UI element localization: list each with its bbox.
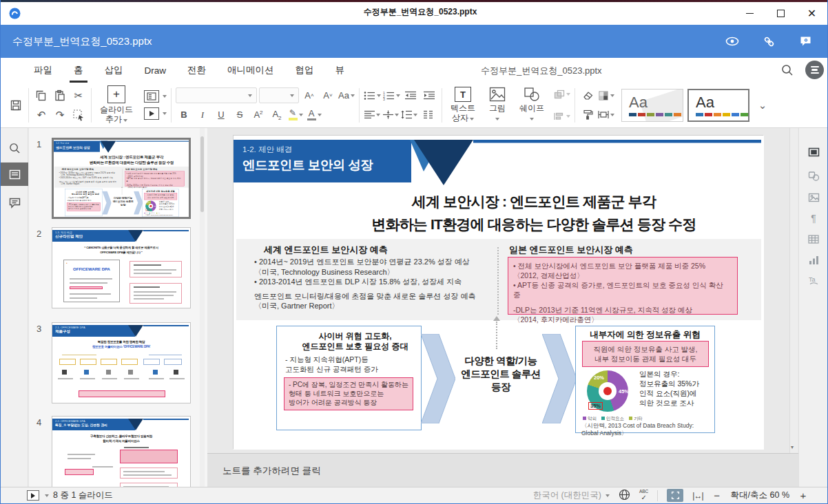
- account-avatar[interactable]: [805, 61, 824, 79]
- fit-width-icon[interactable]: |↔|: [692, 491, 703, 501]
- thumbnail-scrollbar[interactable]: [200, 128, 205, 487]
- slide-title-line1: 세계 보안시장 : 엔드포인트 제품군 부각: [309, 192, 758, 211]
- increase-indent-button[interactable]: [421, 87, 437, 103]
- slide-editor: 1-2. 제안 배경 엔드포인트 보안의 성장 세계 보안시장 : 엔드포인트 …: [207, 128, 800, 487]
- format-painter-button[interactable]: [579, 107, 596, 123]
- tab-file[interactable]: 파일: [32, 58, 54, 83]
- align-objects-button[interactable]: [554, 108, 570, 124]
- panel-shape-icon[interactable]: [799, 167, 828, 185]
- slideshow-options-caret[interactable]: [45, 494, 49, 497]
- tab-view[interactable]: 뷰: [334, 58, 346, 83]
- notes-area[interactable]: 노트를 추가하려면 클릭: [207, 453, 800, 487]
- subscript-button[interactable]: A2: [269, 107, 285, 123]
- panel-comments-icon[interactable]: [1, 191, 28, 215]
- slide-thumbnail-2[interactable]: 1-3. 제안 배경 신규라인업 제안 “ CANONITS 상품군을 더욱 풍…: [52, 227, 191, 308]
- slide-size-button[interactable]: [598, 107, 614, 123]
- tab-transition[interactable]: 전환: [186, 58, 207, 83]
- slide-layout-button[interactable]: [144, 90, 159, 103]
- change-case-button[interactable]: Aa: [338, 87, 355, 103]
- panel-image-icon[interactable]: [799, 189, 828, 207]
- fill-color-button[interactable]: [598, 87, 614, 103]
- notes-placeholder[interactable]: 노트를 추가하려면 클릭: [222, 465, 321, 477]
- status-bar: 8 중 1 슬라이드 한국어 (대한민국) ABC✓ |↔| − 확대/축소 6…: [1, 487, 827, 503]
- vertical-align-button[interactable]: [382, 107, 399, 123]
- italic-button[interactable]: I: [194, 107, 211, 123]
- redo-button[interactable]: ↷: [52, 107, 68, 123]
- undo-button[interactable]: ↶: [33, 107, 50, 123]
- theme-thumbnail-1[interactable]: Aa: [621, 89, 683, 122]
- theme-gallery-expand-button[interactable]: ⌄: [754, 89, 772, 122]
- panel-slide-properties-icon[interactable]: [799, 143, 828, 161]
- tab-animation[interactable]: 애니메이션: [226, 58, 276, 83]
- arrange-order-button[interactable]: [554, 86, 570, 102]
- panel-paragraph-icon[interactable]: ¶: [799, 209, 828, 227]
- save-button[interactable]: [8, 97, 24, 113]
- zoom-level-label[interactable]: 확대/축소 60 %: [731, 490, 789, 501]
- numbered-list-button[interactable]: 123: [383, 87, 400, 103]
- insert-picture-button[interactable]: 그림: [485, 87, 510, 123]
- zoom-in-button[interactable]: +: [798, 490, 808, 501]
- theme-thumbnail-2-selected[interactable]: Aa: [687, 89, 749, 122]
- columns-button[interactable]: [420, 107, 436, 123]
- world-forecast-body: • 2014년~ 2019년 엔드포인트 보안분야 연평균 23.2% 성장 예…: [254, 257, 494, 311]
- panel-table-icon[interactable]: [799, 230, 828, 248]
- decrease-indent-button[interactable]: [402, 87, 419, 103]
- spellcheck-icon[interactable]: ABC✓: [639, 490, 648, 501]
- search-icon[interactable]: [781, 64, 794, 79]
- thumb-number-2: 2: [37, 229, 41, 239]
- copy-button[interactable]: [33, 87, 50, 103]
- bullet-list-button[interactable]: [364, 87, 381, 103]
- share-link-icon[interactable]: [763, 35, 776, 48]
- feedback-chat-icon[interactable]: [799, 35, 812, 48]
- slide-kicker: 1-2. 제안 배경: [242, 145, 292, 155]
- tab-home[interactable]: 홈: [72, 58, 85, 83]
- align-text-button[interactable]: [364, 107, 380, 123]
- slideshow-start-icon[interactable]: [27, 490, 39, 501]
- slide-canvas[interactable]: 1-2. 제안 배경 엔드포인트 보안의 성장 세계 보안시장 : 엔드포인트 …: [234, 136, 764, 450]
- bold-button[interactable]: B: [176, 107, 192, 123]
- increase-font-icon[interactable]: A˄: [301, 87, 318, 103]
- highlight-color-button[interactable]: ✎: [287, 107, 304, 123]
- tab-draw[interactable]: Draw: [143, 59, 168, 82]
- ribbon-toolbar: ✂ ↶ ↷ + 슬라이드추가: [1, 83, 827, 128]
- language-selector[interactable]: 한국어 (대한민국): [533, 490, 610, 501]
- close-button[interactable]: ✕: [796, 2, 827, 25]
- panel-slides-icon[interactable]: [1, 162, 28, 186]
- maximize-button[interactable]: [765, 2, 796, 25]
- fullscreen-button[interactable]: [667, 489, 683, 502]
- donut-legend: 악의 인적요소 기타: [583, 416, 643, 422]
- superscript-button[interactable]: A2: [250, 107, 267, 123]
- menubar-doc-title: 수정부분_번역요청_0523.pptx: [481, 65, 602, 77]
- zoom-out-button[interactable]: −: [712, 490, 722, 501]
- cut-button[interactable]: ✂: [70, 87, 87, 103]
- underline-button[interactable]: U: [213, 107, 229, 123]
- eraser-button[interactable]: [579, 87, 596, 103]
- decrease-font-icon[interactable]: A˅: [320, 87, 336, 103]
- view-mode-icon[interactable]: [725, 35, 739, 48]
- slideshow-button[interactable]: [144, 107, 159, 120]
- line-spacing-button[interactable]: [401, 107, 417, 123]
- font-color-button[interactable]: A: [306, 107, 322, 123]
- strikethrough-button[interactable]: S: [231, 107, 248, 123]
- slide-thumbnail-1[interactable]: 1-2. 제안 배경 엔드포인트 보안의 성장 세계 보안시장 : 엔드포인트 …: [52, 138, 191, 219]
- paste-button[interactable]: [52, 87, 68, 103]
- insert-textbox-button[interactable]: T 텍스트상자: [446, 87, 479, 123]
- font-family-select[interactable]: [176, 87, 257, 103]
- tab-insert[interactable]: 삽입: [103, 58, 125, 83]
- japan-case-note: 일본의 경우:정보유출의 35%가인적 요소(직원)에의한 것으로 조사: [639, 369, 699, 408]
- document-bar: 수정부분_번역요청_0523.pptx: [1, 25, 827, 58]
- insert-shape-button[interactable]: 쉐이프: [515, 87, 548, 123]
- slide-thumbnail-4[interactable]: 2-2. OFFICEWARE DPA 특징_① 부담없는 도입, 간편한 관리…: [52, 416, 191, 487]
- minimize-button[interactable]: [734, 2, 765, 25]
- donut-label-20: 20%: [594, 375, 604, 381]
- panel-text-art-icon[interactable]: Ta: [799, 271, 828, 289]
- panel-search-icon[interactable]: [1, 136, 28, 160]
- font-size-select[interactable]: [259, 87, 299, 103]
- slide-thumbnail-3[interactable]: 2-1. OFFICEWARE DPA 제품구성 복잡한 정보보호를 위한 명쾌…: [52, 322, 191, 403]
- select-tool-button[interactable]: [70, 107, 87, 123]
- panel-chart-icon[interactable]: [799, 251, 828, 269]
- add-slide-button[interactable]: + 슬라이드추가: [96, 85, 137, 125]
- globe-icon[interactable]: [619, 489, 630, 503]
- editor-scrollbar[interactable]: ▾: [789, 128, 798, 453]
- tab-collaborate[interactable]: 협업: [294, 58, 315, 83]
